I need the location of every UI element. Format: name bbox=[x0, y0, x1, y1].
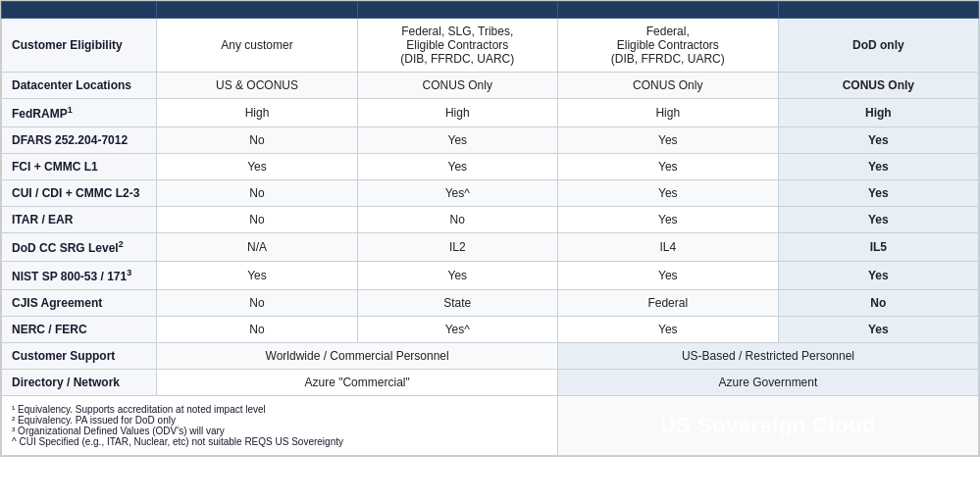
row-cell-col3: Federal bbox=[557, 290, 778, 317]
table-row: NERC / FERCNoYes^YesYes bbox=[2, 317, 979, 343]
row-cell-col2: Yes^ bbox=[357, 180, 557, 207]
row-cell-col1: No bbox=[157, 127, 357, 154]
row-label: Customer Support bbox=[2, 343, 157, 370]
footnotes-cell: ¹ Equivalency. Supports accreditation at… bbox=[2, 396, 558, 456]
row-cell-col1: Yes bbox=[157, 154, 357, 180]
row-cell-col2: Yes bbox=[357, 127, 557, 154]
row-cell-col3: IL4 bbox=[557, 233, 778, 262]
col-header-0 bbox=[2, 2, 157, 19]
row-cell-col3: Yes bbox=[557, 180, 778, 207]
row-cell-col4: Yes bbox=[778, 317, 978, 343]
row-cell-col4: Yes bbox=[778, 262, 978, 290]
row-label: FCI + CMMC L1 bbox=[2, 154, 157, 180]
row-cell-col4: High bbox=[778, 99, 978, 127]
row-cell-col4: Yes bbox=[778, 180, 978, 207]
row-span-left: Azure "Commercial" bbox=[157, 370, 558, 396]
row-label: NERC / FERC bbox=[2, 317, 157, 343]
row-label: DoD CC SRG Level2 bbox=[2, 233, 157, 262]
row-cell-col4: IL5 bbox=[778, 233, 978, 262]
row-cell-col2: No bbox=[357, 207, 557, 233]
row-label: CUI / CDI + CMMC L2-3 bbox=[2, 180, 157, 207]
table-row: Directory / NetworkAzure "Commercial"Azu… bbox=[2, 370, 979, 396]
row-cell-col1: No bbox=[157, 290, 357, 317]
row-label: ITAR / EAR bbox=[2, 207, 157, 233]
row-cell-col3: Yes bbox=[557, 207, 778, 233]
row-cell-col4: Yes bbox=[778, 154, 978, 180]
row-cell-col1: No bbox=[157, 180, 357, 207]
comparison-table: Customer EligibilityAny customerFederal,… bbox=[1, 1, 979, 456]
row-cell-col2: Federal, SLG, Tribes,Eligible Contractor… bbox=[357, 19, 557, 73]
row-cell-col4: CONUS Only bbox=[778, 73, 978, 99]
row-label: DFARS 252.204-7012 bbox=[2, 127, 157, 154]
table-row: CJIS AgreementNoStateFederalNo bbox=[2, 290, 979, 317]
header-row bbox=[2, 2, 979, 19]
table-row: Customer EligibilityAny customerFederal,… bbox=[2, 19, 979, 73]
table-row: Datacenter LocationsUS & OCONUSCONUS Onl… bbox=[2, 73, 979, 99]
row-cell-col4: No bbox=[778, 290, 978, 317]
row-span-right: US-Based / Restricted Personnel bbox=[557, 343, 978, 370]
row-cell-col3: Yes bbox=[557, 317, 778, 343]
table-row: FCI + CMMC L1YesYesYesYes bbox=[2, 154, 979, 180]
row-label: NIST SP 800-53 / 1713 bbox=[2, 262, 157, 290]
col-header-1 bbox=[157, 2, 357, 19]
row-cell-col1: No bbox=[157, 317, 357, 343]
row-cell-col1: US & OCONUS bbox=[157, 73, 357, 99]
row-cell-col2: CONUS Only bbox=[357, 73, 557, 99]
row-cell-col1: No bbox=[157, 207, 357, 233]
us-sovereign-cloud: US Sovereign Cloud bbox=[557, 396, 978, 456]
row-cell-col3: CONUS Only bbox=[557, 73, 778, 99]
table-row: CUI / CDI + CMMC L2-3NoYes^YesYes bbox=[2, 180, 979, 207]
row-cell-col2: Yes^ bbox=[357, 317, 557, 343]
row-span-right: Azure Government bbox=[557, 370, 978, 396]
row-label: Datacenter Locations bbox=[2, 73, 157, 99]
row-label: FedRAMP1 bbox=[2, 99, 157, 127]
col-header-4 bbox=[778, 2, 978, 19]
row-cell-col4: Yes bbox=[778, 127, 978, 154]
bottom-row: ¹ Equivalency. Supports accreditation at… bbox=[2, 396, 979, 456]
row-cell-col4: Yes bbox=[778, 207, 978, 233]
row-cell-col1: Yes bbox=[157, 262, 357, 290]
table-row: Customer SupportWorldwide / Commercial P… bbox=[2, 343, 979, 370]
row-cell-col3: Yes bbox=[557, 154, 778, 180]
row-span-left: Worldwide / Commercial Personnel bbox=[157, 343, 558, 370]
row-cell-col2: State bbox=[357, 290, 557, 317]
row-label: CJIS Agreement bbox=[2, 290, 157, 317]
row-cell-col3: Yes bbox=[557, 262, 778, 290]
row-cell-col1: N/A bbox=[157, 233, 357, 262]
table-row: DFARS 252.204-7012NoYesYesYes bbox=[2, 127, 979, 154]
row-cell-col2: High bbox=[357, 99, 557, 127]
row-cell-col2: IL2 bbox=[357, 233, 557, 262]
table-row: NIST SP 800-53 / 1713YesYesYesYes bbox=[2, 262, 979, 290]
row-cell-col4: DoD only bbox=[778, 19, 978, 73]
row-cell-col1: High bbox=[157, 99, 357, 127]
row-cell-col3: Yes bbox=[557, 127, 778, 154]
col-header-3 bbox=[557, 2, 778, 19]
row-cell-col3: High bbox=[557, 99, 778, 127]
comparison-table-container: Customer EligibilityAny customerFederal,… bbox=[0, 0, 980, 457]
table-row: FedRAMP1HighHighHighHigh bbox=[2, 99, 979, 127]
row-cell-col1: Any customer bbox=[157, 19, 357, 73]
row-label: Directory / Network bbox=[2, 370, 157, 396]
row-label: Customer Eligibility bbox=[2, 19, 157, 73]
col-header-2 bbox=[357, 2, 557, 19]
row-cell-col3: Federal,Eligible Contractors(DIB, FFRDC,… bbox=[557, 19, 778, 73]
table-row: ITAR / EARNoNoYesYes bbox=[2, 207, 979, 233]
table-row: DoD CC SRG Level2N/AIL2IL4IL5 bbox=[2, 233, 979, 262]
row-cell-col2: Yes bbox=[357, 262, 557, 290]
row-cell-col2: Yes bbox=[357, 154, 557, 180]
